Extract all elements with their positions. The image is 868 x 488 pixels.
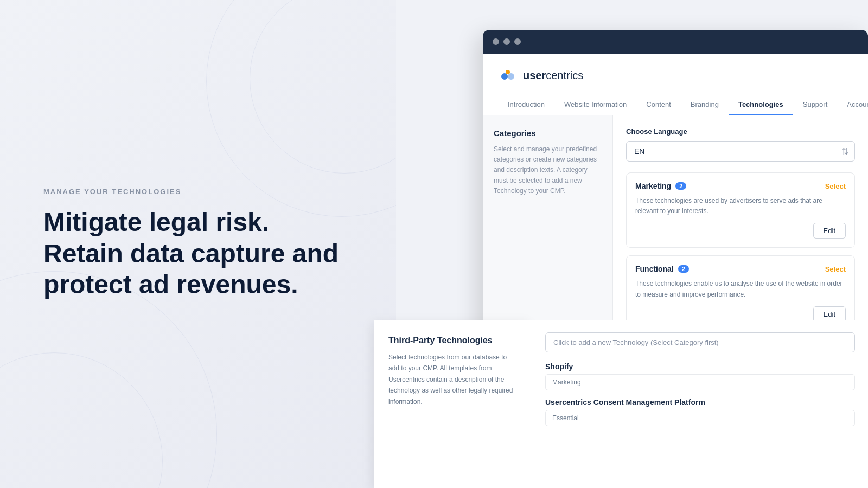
choose-language-label: Choose Language bbox=[626, 127, 855, 136]
bottom-right-panel: Click to add a new Technology (Select Ca… bbox=[532, 320, 868, 488]
edit-button-marketing[interactable]: Edit bbox=[813, 223, 846, 239]
category-name-row-marketing: Marketing 2 bbox=[635, 182, 686, 190]
category-name-marketing: Marketing bbox=[635, 182, 671, 190]
third-party-title: Third-Party Technologies bbox=[388, 336, 518, 345]
nav-tabs: Introduction Website Information Content… bbox=[498, 95, 853, 115]
category-header-functional: Functional 2 Select bbox=[635, 265, 846, 273]
tech-tag-shopify: Marketing bbox=[545, 374, 855, 390]
tab-account[interactable]: Account bbox=[837, 95, 868, 115]
tab-content[interactable]: Content bbox=[636, 95, 681, 115]
tech-name-usercentrics: Usercentrics Consent Management Platform bbox=[545, 398, 855, 407]
tech-name-shopify: Shopify bbox=[545, 362, 855, 371]
left-section: MANAGE YOUR TECHNOLOGIES Mitigate legal … bbox=[0, 0, 396, 488]
logo-icon bbox=[498, 66, 518, 85]
tech-item-shopify: Shopify Marketing bbox=[545, 362, 855, 390]
category-badge-functional: 2 bbox=[678, 265, 689, 273]
select-link-marketing[interactable]: Select bbox=[825, 182, 846, 190]
browser-dot-1 bbox=[493, 38, 499, 45]
tech-tag-usercentrics: Essential bbox=[545, 410, 855, 426]
category-name-functional: Functional bbox=[635, 265, 674, 273]
tab-support[interactable]: Support bbox=[793, 95, 838, 115]
tab-website-information[interactable]: Website Information bbox=[554, 95, 636, 115]
category-badge-marketing: 2 bbox=[675, 182, 686, 190]
svg-point-0 bbox=[501, 73, 508, 80]
language-select[interactable]: EN DE FR bbox=[626, 141, 855, 162]
browser-titlebar bbox=[483, 30, 868, 54]
svg-point-2 bbox=[506, 70, 510, 74]
add-technology-button[interactable]: Click to add a new Technology (Select Ca… bbox=[545, 332, 855, 352]
category-desc-marketing: These technologies are used by advertise… bbox=[635, 196, 846, 216]
logo-text: usercentrics bbox=[523, 69, 583, 82]
category-name-row-functional: Functional 2 bbox=[635, 265, 689, 273]
select-link-functional[interactable]: Select bbox=[825, 265, 846, 273]
categories-description: Select and manage your predefined catego… bbox=[494, 144, 602, 196]
tab-introduction[interactable]: Introduction bbox=[498, 95, 554, 115]
app-header: usercentrics Introduction Website Inform… bbox=[483, 54, 868, 115]
bottom-section: Third-Party Technologies Select technolo… bbox=[374, 320, 868, 488]
svg-point-1 bbox=[508, 73, 514, 80]
third-party-card: Third-Party Technologies Select technolo… bbox=[374, 320, 532, 488]
browser-dot-3 bbox=[514, 38, 521, 45]
tech-item-usercentrics: Usercentrics Consent Management Platform… bbox=[545, 398, 855, 426]
tab-branding[interactable]: Branding bbox=[681, 95, 729, 115]
category-card-marketing: Marketing 2 Select These technologies ar… bbox=[626, 172, 855, 248]
language-select-wrapper: EN DE FR ⇅ bbox=[626, 141, 855, 162]
app-logo: usercentrics bbox=[498, 66, 853, 85]
categories-title: Categories bbox=[494, 129, 602, 138]
third-party-description: Select technologies from our database to… bbox=[388, 352, 518, 407]
tab-technologies[interactable]: Technologies bbox=[729, 95, 793, 115]
category-desc-functional: These technologies enable us to analyse … bbox=[635, 279, 846, 299]
browser-dot-2 bbox=[503, 38, 510, 45]
category-header-marketing: Marketing 2 Select bbox=[635, 182, 846, 190]
